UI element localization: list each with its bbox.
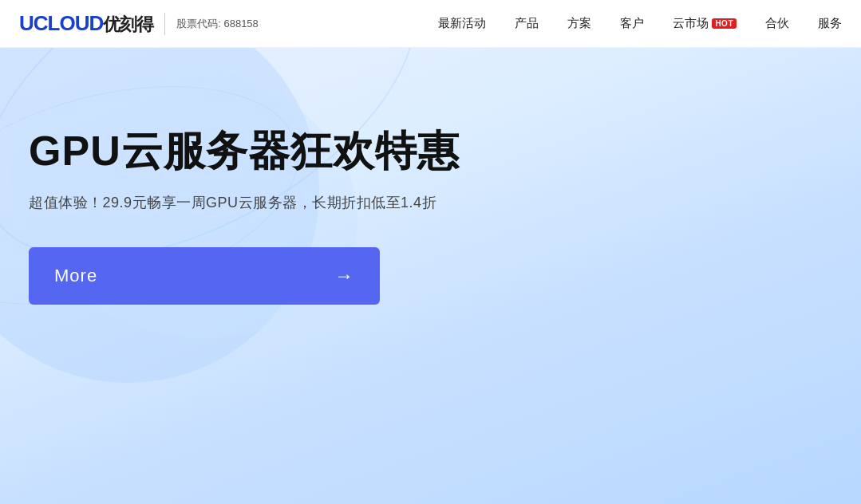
nav-divider: [164, 13, 165, 35]
hero-section: GPU云服务器狂欢特惠 超值体验！29.9元畅享一周GPU云服务器，长期折扣低至…: [0, 48, 861, 504]
hero-title: GPU云服务器狂欢特惠: [29, 128, 861, 175]
hero-content: GPU云服务器狂欢特惠 超值体验！29.9元畅享一周GPU云服务器，长期折扣低至…: [0, 48, 861, 305]
logo[interactable]: UCLOUD优刻得: [19, 11, 153, 37]
hot-badge: HOT: [712, 18, 737, 29]
nav-links: 最新活动 产品 方案 客户 云市场 HOT 合伙 服务: [438, 16, 842, 31]
nav-item-solutions[interactable]: 方案: [567, 16, 591, 31]
logo-ucloud: UCLOUD: [19, 11, 103, 35]
logo-text: UCLOUD优刻得: [19, 11, 153, 37]
nav-item-customers[interactable]: 客户: [620, 16, 644, 31]
nav-item-products[interactable]: 产品: [515, 16, 539, 31]
navbar: UCLOUD优刻得 股票代码: 688158 最新活动 产品 方案 客户 云市场…: [0, 0, 861, 48]
nav-item-partners[interactable]: 合伙: [765, 16, 789, 31]
nav-item-cloud-market[interactable]: 云市场 HOT: [673, 16, 737, 31]
hero-btn-arrow-icon: →: [334, 265, 354, 287]
hero-subtitle: 超值体验！29.9元畅享一周GPU云服务器，长期折扣低至1.4折: [29, 193, 861, 212]
nav-item-services[interactable]: 服务: [818, 16, 842, 31]
logo-cn: 优刻得: [103, 14, 153, 34]
stock-code: 股票代码: 688158: [176, 17, 259, 31]
nav-item-latest-activity[interactable]: 最新活动: [438, 16, 486, 31]
hero-cta-button[interactable]: More →: [29, 247, 380, 305]
hero-btn-label: More: [54, 266, 97, 286]
